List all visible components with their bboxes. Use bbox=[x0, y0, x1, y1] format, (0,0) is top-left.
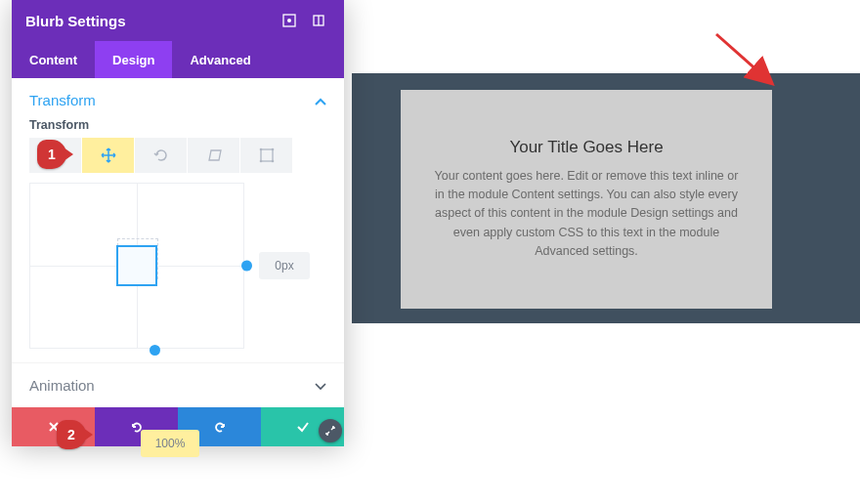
svg-point-9 bbox=[271, 160, 274, 163]
slider-y-dot[interactable] bbox=[150, 345, 160, 356]
step-badge-1: 1 bbox=[37, 140, 66, 169]
transform-move-button[interactable] bbox=[82, 138, 135, 173]
transform-canvas[interactable]: 0px bbox=[29, 183, 244, 349]
slider-x-dot[interactable] bbox=[241, 261, 252, 272]
tab-content[interactable]: Content bbox=[12, 41, 95, 78]
svg-point-8 bbox=[259, 160, 262, 163]
chevron-up-icon bbox=[315, 92, 326, 108]
section-transform-head[interactable]: Transform bbox=[12, 78, 344, 118]
svg-line-0 bbox=[716, 34, 768, 80]
expand-icon bbox=[324, 425, 336, 437]
step-badge-2: 2 bbox=[57, 420, 86, 449]
transform-control-row: 1 bbox=[12, 138, 344, 173]
snap-icon[interactable] bbox=[307, 9, 330, 32]
transform-origin-button[interactable] bbox=[240, 138, 293, 173]
focus-icon[interactable] bbox=[278, 9, 301, 32]
check-icon bbox=[295, 419, 311, 435]
chevron-down-icon bbox=[315, 378, 326, 394]
expand-handle[interactable] bbox=[319, 419, 342, 442]
transform-handle-box[interactable] bbox=[116, 245, 157, 286]
panel-body: Transform Transform 1 bbox=[12, 78, 344, 446]
tab-bar: Content Design Advanced bbox=[12, 41, 344, 78]
section-animation-head[interactable]: Animation bbox=[12, 362, 344, 407]
transform-rotate-button[interactable] bbox=[135, 138, 188, 173]
section-animation-title: Animation bbox=[29, 377, 95, 394]
section-title: Transform bbox=[29, 92, 96, 108]
tab-design[interactable]: Design bbox=[95, 41, 172, 78]
preview-body: Your content goes here. Edit or remove t… bbox=[428, 167, 745, 262]
transform-y-value[interactable]: 100% bbox=[141, 430, 199, 457]
preview-title: Your Title Goes Here bbox=[509, 138, 663, 157]
svg-rect-5 bbox=[261, 149, 273, 161]
transform-canvas-wrap: 0px 2 100% bbox=[12, 183, 344, 362]
redo-icon bbox=[212, 419, 228, 435]
preview-module[interactable]: Your Title Goes Here Your content goes h… bbox=[401, 90, 772, 309]
transform-x-value[interactable]: 0px bbox=[259, 252, 310, 279]
svg-point-6 bbox=[259, 148, 262, 151]
settings-panel: Blurb Settings Content Design Advanced T… bbox=[12, 0, 344, 446]
annotation-arrow bbox=[711, 29, 790, 98]
transform-label: Transform bbox=[12, 118, 344, 138]
svg-point-7 bbox=[271, 148, 274, 151]
panel-title: Blurb Settings bbox=[25, 13, 272, 29]
svg-point-2 bbox=[287, 19, 291, 22]
transform-skew-button[interactable] bbox=[188, 138, 240, 173]
panel-header[interactable]: Blurb Settings bbox=[12, 0, 344, 41]
tab-advanced[interactable]: Advanced bbox=[172, 41, 268, 78]
